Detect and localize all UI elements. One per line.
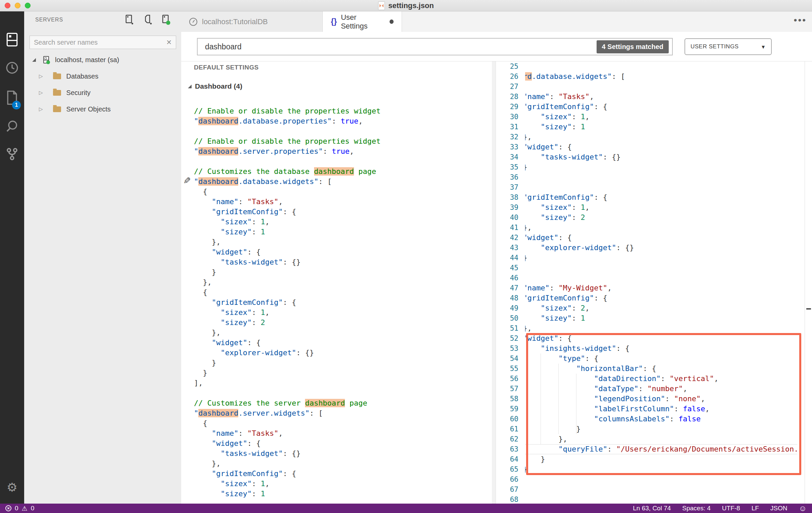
- tree-item-databases[interactable]: ▷ Databases: [24, 69, 181, 84]
- servers-icon[interactable]: [0, 32, 24, 47]
- status-bar: ✕ 0 ⚠ 0 Ln 63, Col 74 Spaces: 4 UTF-8 LF…: [0, 504, 812, 513]
- overview-ruler-scrollbar[interactable]: [805, 61, 812, 504]
- language-mode-status[interactable]: JSON: [771, 505, 787, 512]
- folder-icon: [53, 74, 61, 79]
- tab-user-settings[interactable]: {} User Settings: [323, 11, 402, 32]
- problems-status[interactable]: ✕ 0 ⚠ 0: [5, 505, 34, 512]
- settings-group-dashboard[interactable]: Dashboard (4): [188, 82, 242, 90]
- settings-search-header: dashboard 4 Settings matched USER SETTIN…: [181, 32, 812, 61]
- connected-dot: [46, 60, 50, 64]
- maximize-window-button[interactable]: [25, 3, 31, 8]
- indentation-status[interactable]: Spaces: 4: [682, 505, 710, 512]
- twistie-expanded-icon[interactable]: [32, 58, 36, 62]
- tree-item-server[interactable]: localhost, master (sa): [24, 52, 181, 68]
- unsaved-changes-dot[interactable]: [389, 20, 394, 24]
- active-connections-icon[interactable]: [161, 15, 171, 25]
- chevron-down-icon: ▼: [761, 44, 766, 50]
- open-editors-icon[interactable]: 1: [0, 91, 24, 105]
- sidebar-title: SERVERS: [35, 17, 63, 23]
- editor-tab-bar: localhost:TutorialDB {} User Settings ••…: [181, 11, 812, 32]
- pane-divider[interactable]: [492, 61, 496, 504]
- settings-matched-badge: 4 Settings matched: [597, 40, 669, 53]
- default-settings-header: DEFAULT SETTINGS: [194, 64, 259, 71]
- title-bar: settings.json: [0, 0, 812, 11]
- minimize-window-button[interactable]: [15, 3, 21, 8]
- settings-search-input[interactable]: dashboard 4 Settings matched: [197, 38, 673, 55]
- clear-search-icon[interactable]: ✕: [166, 38, 172, 46]
- edit-setting-pencil-icon[interactable]: ✎: [183, 176, 191, 186]
- window-title: settings.json: [378, 1, 434, 10]
- tab-localhost-tutorialdb[interactable]: localhost:TutorialDB: [181, 11, 323, 32]
- cursor-position-status[interactable]: Ln 63, Col 74: [633, 505, 671, 512]
- settings-gear-icon[interactable]: ⚙: [0, 481, 24, 493]
- open-editors-badge: 1: [12, 101, 21, 109]
- source-control-icon[interactable]: [0, 147, 24, 161]
- more-actions-icon[interactable]: •••: [794, 15, 807, 26]
- group-twistie-icon[interactable]: [188, 85, 192, 88]
- dashboard-gauge-icon: [189, 18, 197, 26]
- twistie-collapsed-icon[interactable]: ▷: [39, 90, 43, 96]
- default-settings-pane: DEFAULT SETTINGS Dashboard (4) ✎ // Enab…: [181, 61, 492, 504]
- line-number-gutter: 2526272829303132333435363738394041424344…: [496, 61, 518, 504]
- user-settings-code: "dashboard.database.widgets": [ { "name"…: [525, 61, 797, 504]
- default-settings-code: // Enable or disable the properties widg…: [194, 106, 380, 499]
- search-icon[interactable]: [0, 119, 24, 133]
- servers-sidebar: SERVERS Search server names ✕ localhost,…: [24, 11, 181, 504]
- errors-icon: ✕: [5, 505, 11, 511]
- folder-icon: [53, 106, 61, 112]
- close-window-button[interactable]: [5, 3, 10, 8]
- settings-search-value: dashboard: [205, 42, 597, 51]
- tree-item-server-objects[interactable]: ▷ Server Objects: [24, 101, 181, 117]
- folder-icon: [53, 90, 61, 96]
- twistie-collapsed-icon[interactable]: ▷: [39, 73, 43, 79]
- task-history-icon[interactable]: [0, 61, 24, 75]
- settings-scope-dropdown[interactable]: USER SETTINGS ▼: [685, 38, 772, 55]
- warnings-icon: ⚠: [22, 505, 28, 512]
- tree-item-security[interactable]: ▷ Security: [24, 85, 181, 100]
- server-search-input[interactable]: Search server names ✕: [30, 35, 176, 49]
- feedback-smiley-icon[interactable]: ☺: [799, 504, 807, 513]
- eol-status[interactable]: LF: [752, 505, 759, 512]
- user-settings-pane: 2526272829303132333435363738394041424344…: [496, 61, 812, 504]
- server-search-placeholder: Search server names: [34, 38, 166, 46]
- activity-bar: 1 ⚙: [0, 11, 24, 504]
- server-icon: [43, 56, 49, 63]
- json-braces-icon: {}: [331, 17, 337, 26]
- file-icon: [378, 1, 385, 10]
- scroll-position-marker: [806, 308, 811, 309]
- errors-count: 0: [15, 505, 19, 512]
- twistie-collapsed-icon[interactable]: ▷: [39, 106, 43, 112]
- new-server-group-icon[interactable]: [143, 15, 153, 25]
- new-connection-icon[interactable]: [125, 15, 135, 25]
- encoding-status[interactable]: UTF-8: [722, 505, 740, 512]
- warnings-count: 0: [31, 505, 34, 512]
